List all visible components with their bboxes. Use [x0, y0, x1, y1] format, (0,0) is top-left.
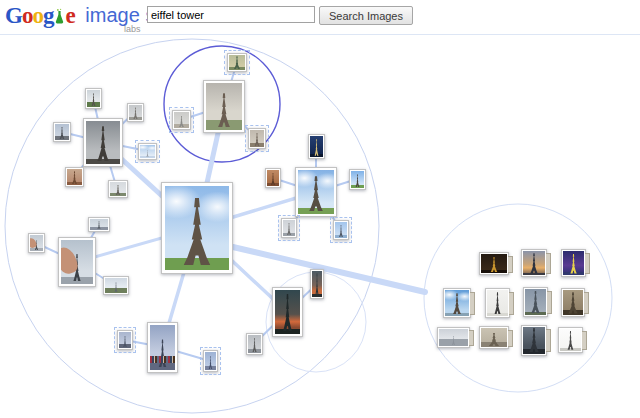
image-node-tourists-right[interactable] [203, 350, 218, 372]
photo-ground [487, 313, 508, 316]
image-node-storm-right[interactable] [138, 143, 157, 160]
stacked-image-stack-purple-night[interactable] [561, 249, 586, 277]
thumbnail-photo [250, 130, 264, 147]
eiffel-tower-silhouette [92, 126, 113, 161]
thumbnail-photo [560, 329, 581, 351]
image-node-tourists-left[interactable] [117, 330, 133, 350]
photo-ground [481, 270, 507, 273]
photo-ground [275, 329, 300, 334]
thumbnail-photo [206, 83, 242, 130]
photo-ground [67, 182, 82, 185]
eiffel-tower-silhouette [528, 291, 544, 314]
header: Googe image swirl labs Search Images [0, 0, 640, 35]
stacked-image-stack-sketch-white[interactable] [558, 327, 583, 353]
stack-strip [546, 329, 551, 352]
image-node-sunset-main[interactable] [272, 287, 303, 337]
stack-strip [582, 331, 587, 350]
thumbnail-photo [150, 325, 175, 370]
thumbnail-photo [525, 289, 546, 315]
image-node-hand-top[interactable] [88, 217, 110, 232]
photo-ground [523, 349, 545, 354]
stacked-image-stack-day[interactable] [443, 288, 471, 318]
search-input[interactable] [147, 6, 315, 23]
stacked-image-stack-night-gold[interactable] [479, 252, 509, 275]
thumbnail-photo [445, 290, 469, 316]
photo-ground [525, 312, 546, 315]
image-node-trocadero-left[interactable] [172, 110, 191, 130]
image-node-storm-bl[interactable] [65, 167, 84, 187]
google-wordmark: Googe [5, 3, 79, 28]
image-node-hand-right[interactable] [103, 276, 129, 295]
image-node-hand-main[interactable] [58, 237, 96, 287]
stacked-image-stack-construction[interactable] [479, 326, 509, 349]
image-node-sunset-tr[interactable] [310, 269, 324, 299]
image-swirl-app: Googe image swirl labs Search Images [0, 0, 640, 418]
labs-label: labs [124, 24, 141, 34]
thumbnail-photo [119, 332, 131, 348]
eiffel-tower-silhouette [314, 273, 320, 295]
stack-strip [508, 330, 513, 347]
image-node-sunset-bl[interactable] [246, 333, 263, 355]
thumbnail-photo [481, 328, 507, 347]
thumbnail-photo [275, 290, 300, 334]
stacked-image-stack-sunset[interactable] [521, 249, 547, 277]
image-node-tourists-main[interactable] [147, 322, 178, 373]
photo-ground [563, 310, 583, 315]
search-images-button[interactable]: Search Images [319, 6, 413, 25]
stacked-image-stack-lookup[interactable] [523, 287, 548, 317]
eiffel-tower-silhouette [568, 254, 580, 274]
photo-ground [298, 208, 334, 214]
image-node-storm-main[interactable] [83, 118, 123, 167]
stack-strip [509, 292, 514, 314]
swirl-canvas [0, 0, 640, 418]
photo-ground [310, 154, 323, 157]
image-node-storm-left[interactable] [53, 122, 71, 142]
thumbnail-photo [90, 219, 108, 230]
thumbnail-photo [86, 121, 120, 164]
thumbnail-photo [439, 329, 468, 346]
thumbnail-photo [248, 335, 261, 353]
stacked-image-stack-arch[interactable] [561, 288, 585, 317]
image-node-center-main[interactable] [161, 182, 233, 274]
image-node-bluesky-bl[interactable] [281, 218, 297, 238]
thumbnail-photo [205, 352, 216, 370]
photo-ground [86, 159, 120, 164]
thumbnail-photo [563, 290, 583, 315]
thumbnail-photo [487, 290, 508, 316]
image-node-bluesky-top[interactable] [308, 134, 325, 159]
thumbnail-photo [129, 105, 142, 120]
thumbnail-photo [267, 170, 279, 186]
eiffel-tower-silhouette [565, 331, 576, 350]
image-node-hand-tl[interactable] [28, 233, 45, 253]
stack-strip [469, 330, 474, 346]
image-node-trocadero-br[interactable] [248, 128, 266, 149]
photo-ground [335, 235, 347, 238]
photo-ground [563, 272, 584, 275]
eiffel-tower-silhouette [492, 292, 504, 314]
thumbnail-photo [335, 222, 347, 238]
photo-ground [445, 313, 469, 316]
image-node-trocadero-main[interactable] [203, 80, 245, 133]
image-node-trocadero-top[interactable] [227, 53, 247, 72]
eiffel-tower-silhouette [279, 294, 296, 331]
image-node-storm-bot[interactable] [108, 180, 128, 198]
image-node-bluesky-right[interactable] [349, 169, 366, 190]
image-node-bluesky-left[interactable] [265, 168, 281, 188]
stacked-image-stack-cityscape[interactable] [437, 327, 470, 348]
thumbnail-photo [351, 171, 364, 188]
stack-strip [470, 292, 475, 314]
image-node-bluesky-main[interactable] [295, 167, 337, 217]
image-node-storm-tr[interactable] [127, 103, 144, 122]
thumbnail-photo [61, 240, 93, 284]
photo-ground [165, 258, 229, 270]
stacked-image-stack-dark-below[interactable] [521, 325, 547, 356]
thumbnail-photo [30, 235, 43, 251]
image-node-storm-top[interactable] [85, 88, 102, 109]
thumbnail-photo [312, 271, 322, 297]
image-node-bluesky-br[interactable] [333, 220, 349, 240]
stacked-image-stack-sketch-bw[interactable] [485, 288, 510, 318]
thumbnail-photo [55, 124, 69, 140]
thumbnail-photo [229, 55, 245, 70]
thumbnail-photo [481, 254, 507, 273]
eiffel-tower-silhouette [527, 253, 540, 273]
